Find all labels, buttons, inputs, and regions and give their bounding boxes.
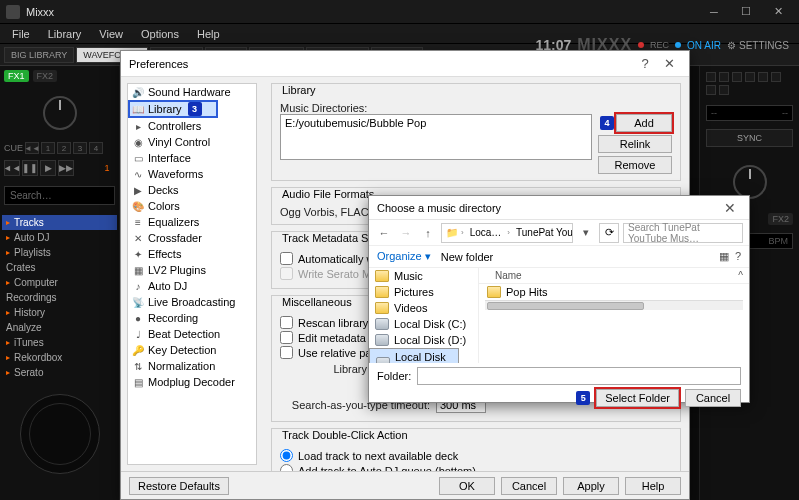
crumb-dropdown-icon[interactable]: ▾	[577, 224, 595, 242]
prefs-tree-beat[interactable]: ♩Beat Detection	[128, 326, 256, 342]
pad[interactable]	[732, 72, 742, 82]
picker-close-icon[interactable]: ✕	[719, 200, 741, 216]
prefs-tree-recording[interactable]: ●Recording	[128, 310, 256, 326]
menu-options[interactable]: Options	[133, 26, 187, 42]
cue-prev[interactable]: ◄◄	[25, 142, 39, 154]
menu-help[interactable]: Help	[189, 26, 228, 42]
libtree-recordings[interactable]: Recordings	[2, 290, 117, 305]
horizontal-scrollbar[interactable]	[485, 300, 743, 310]
libtree-rekordbox[interactable]: ▸Rekordbox	[2, 350, 117, 365]
prefs-tree-controllers[interactable]: ▸Controllers	[128, 118, 256, 134]
libtree-serato[interactable]: ▸Serato	[2, 365, 117, 380]
play-pause[interactable]: ❚❚	[22, 160, 38, 176]
jog-platter[interactable]	[20, 394, 100, 474]
pad[interactable]	[771, 72, 781, 82]
help-icon[interactable]: ?	[735, 250, 741, 263]
pad[interactable]	[758, 72, 768, 82]
music-dirs-list[interactable]: E:/youtubemusic/Bubble Pop	[280, 114, 592, 160]
prefs-tree-colors[interactable]: 🎨Colors	[128, 198, 256, 214]
picker-cancel-button[interactable]: Cancel	[685, 389, 741, 407]
play-prev[interactable]: ◄◄	[4, 160, 20, 176]
prefs-tree-autodj[interactable]: ♪Auto DJ	[128, 278, 256, 294]
cue-3[interactable]: 3	[73, 142, 87, 154]
prefs-tree-interface[interactable]: ▭Interface	[128, 150, 256, 166]
side-disk-e[interactable]: Local Disk (E:)	[369, 348, 459, 363]
breadcrumb[interactable]: 📁 › Loca… › TunePat YouTu… ›	[441, 223, 573, 243]
nav-up-icon[interactable]: ↑	[419, 224, 437, 242]
prefs-tree-lv2[interactable]: ▦LV2 Plugins	[128, 262, 256, 278]
prefs-tree-key[interactable]: 🔑Key Detection	[128, 342, 256, 358]
prefs-tree-vinyl[interactable]: ◉Vinyl Control	[128, 134, 256, 150]
side-disk-d[interactable]: Local Disk (D:)	[369, 332, 478, 348]
fx1-chip[interactable]: FX1	[4, 70, 29, 82]
menu-view[interactable]: View	[91, 26, 131, 42]
libtree-itunes[interactable]: ▸iTunes	[2, 335, 117, 350]
crumb-loca[interactable]: Loca…	[467, 226, 505, 239]
libtree-history[interactable]: ▸History	[2, 305, 117, 320]
gain-knob-right[interactable]	[733, 165, 767, 199]
prefs-tree-effects[interactable]: ✦Effects	[128, 246, 256, 262]
pad[interactable]	[745, 72, 755, 82]
cue-2[interactable]: 2	[57, 142, 71, 154]
tab-big-library[interactable]: BIG LIBRARY	[4, 47, 74, 63]
list-header[interactable]: Name ^	[479, 268, 749, 284]
list-item[interactable]: Pop Hits	[479, 284, 749, 300]
restore-defaults-button[interactable]: Restore Defaults	[129, 477, 229, 495]
picker-search-input[interactable]: Search TunePat YouTube Mus…	[623, 223, 743, 243]
side-videos[interactable]: Videos	[369, 300, 478, 316]
pad[interactable]	[706, 72, 716, 82]
prefs-tree-library[interactable]: 📖Library3	[128, 100, 218, 118]
radio-load-deck[interactable]: Load track to next available deck	[280, 449, 672, 462]
libtree-crates[interactable]: Crates	[2, 260, 117, 275]
side-music[interactable]: Music	[369, 268, 478, 284]
libtree-computer[interactable]: ▸Computer	[2, 275, 117, 290]
side-disk-c[interactable]: Local Disk (C:)	[369, 316, 478, 332]
folder-name-input[interactable]	[417, 367, 741, 385]
refresh-icon[interactable]: ⟳	[599, 223, 619, 243]
pad[interactable]	[719, 72, 729, 82]
cue-1[interactable]: 1	[41, 142, 55, 154]
add-dir-button[interactable]: Add	[616, 114, 672, 132]
remove-dir-button[interactable]: Remove	[598, 156, 672, 174]
prefs-tree-sound[interactable]: 🔊Sound Hardware	[128, 84, 256, 100]
nav-forward-icon[interactable]: →	[397, 224, 415, 242]
prefs-tree-broadcast[interactable]: 📡Live Broadcasting	[128, 294, 256, 310]
gain-knob[interactable]	[43, 96, 77, 130]
maximize-button[interactable]: ☐	[731, 3, 761, 21]
minimize-button[interactable]: ─	[699, 3, 729, 21]
settings-button[interactable]: ⚙ SETTINGS	[727, 40, 789, 51]
play-play[interactable]: ▶	[40, 160, 56, 176]
prefs-tree-eq[interactable]: ≡Equalizers	[128, 214, 256, 230]
side-pictures[interactable]: Pictures	[369, 284, 478, 300]
select-folder-button[interactable]: Select Folder	[596, 389, 679, 407]
view-mode-icon[interactable]: ▦	[719, 250, 729, 263]
fx2-chip[interactable]: FX2	[33, 70, 58, 82]
play-next[interactable]: ▶▶	[58, 160, 74, 176]
col-name[interactable]: Name	[495, 270, 738, 281]
prefs-tree-waveforms[interactable]: ∿Waveforms	[128, 166, 256, 182]
relink-dir-button[interactable]: Relink	[598, 135, 672, 153]
crumb-tunepat[interactable]: TunePat YouTu…	[513, 226, 573, 239]
cancel-button[interactable]: Cancel	[501, 477, 557, 495]
new-folder-button[interactable]: New folder	[441, 251, 494, 263]
cue-4[interactable]: 4	[89, 142, 103, 154]
prefs-tree-decks[interactable]: ▶Decks	[128, 182, 256, 198]
pad[interactable]	[706, 85, 716, 95]
pad[interactable]	[719, 85, 729, 95]
menu-library[interactable]: Library	[40, 26, 90, 42]
libtree-playlists[interactable]: ▸Playlists	[2, 245, 117, 260]
prefs-close-icon[interactable]: ✕	[657, 56, 681, 71]
menu-file[interactable]: File	[4, 26, 38, 42]
nav-back-icon[interactable]: ←	[375, 224, 393, 242]
prefs-tree-crossfader[interactable]: ✕Crossfader	[128, 230, 256, 246]
ok-button[interactable]: OK	[439, 477, 495, 495]
radio-autodj-bottom[interactable]: Add track to Auto DJ queue (bottom)	[280, 464, 672, 471]
libtree-tracks[interactable]: ▸Tracks	[2, 215, 117, 230]
search-input[interactable]: Search…	[4, 186, 115, 205]
sync-button[interactable]: SYNC	[706, 129, 793, 147]
apply-button[interactable]: Apply	[563, 477, 619, 495]
help-button[interactable]: Help	[625, 477, 681, 495]
libtree-analyze[interactable]: Analyze	[2, 320, 117, 335]
close-button[interactable]: ✕	[763, 3, 793, 21]
prefs-help-icon[interactable]: ?	[633, 56, 657, 71]
